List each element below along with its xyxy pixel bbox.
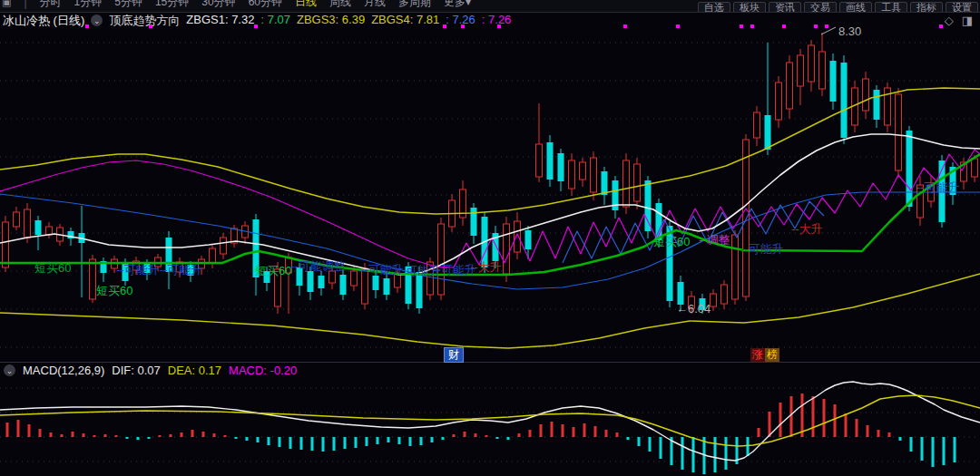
indicator-field: ZBGS4: 7.81 (371, 13, 439, 29)
collapse-chevron-icon[interactable]: ⌄ (91, 15, 103, 26)
zigzag-blue (563, 201, 824, 263)
toolbar-button[interactable]: 板块 (733, 2, 766, 13)
topbar-menu-item[interactable]: 60分钟 (249, 0, 282, 10)
toolbar-divider: | (24, 0, 26, 9)
chart-signal-label: --可能升 (360, 262, 404, 278)
topbar-menu-item[interactable]: 1分钟 (74, 0, 103, 10)
macd-values: MACD(12,26,9)DIF: 0.07DEA: 0.17MACD: -0.… (23, 364, 297, 377)
topbar-menu-item[interactable]: 周线 (329, 0, 351, 10)
topbar-menu-item[interactable]: 月线 (364, 0, 386, 10)
toolbar-right-buttons: 自选板块资讯交易画线工具指标设置 (698, 2, 978, 13)
indicator-field: 顶底趋势方向 (109, 13, 180, 29)
macd-field: DIF: 0.07 (112, 364, 160, 377)
band-lower-yellow (0, 274, 980, 348)
zigzag-magenta (0, 150, 980, 267)
chart-signal-label: 短买60 (34, 260, 71, 277)
period-menu: ▣ | 分时1分钟5分钟15分钟30分钟60分钟日线周线月线多周期更多▾ (2, 0, 471, 10)
chart-signal-label: --可能升 (916, 180, 960, 196)
toolbar-button[interactable]: 工具 (875, 2, 907, 13)
topbar-menu-item[interactable]: 多周期 (398, 0, 431, 10)
ma-white (0, 134, 980, 275)
topbar-menu-item[interactable]: 30分钟 (201, 0, 235, 10)
chart-signal-label: --可能调整 (290, 258, 346, 275)
indicator-field: ZBGS3: 6.39 (297, 13, 365, 29)
indicator-field: ZBGS1: 7.32 (186, 13, 254, 29)
toolbar-button[interactable]: 画线 (839, 2, 872, 13)
chart-signal-label: ←6.04 (676, 302, 710, 316)
macd-field: MACD(12,26,9) (23, 364, 104, 377)
gainers-badge-bang: 榜 (765, 348, 779, 362)
macd-field: MACD: -0.20 (229, 364, 297, 377)
macd-header: ⌄ MACD(12,26,9)DIF: 0.07DEA: 0.17MACD: -… (4, 364, 297, 377)
topbar-menu-item[interactable]: 15分钟 (155, 0, 189, 10)
top-toolbar: ▣ | 分时1分钟5分钟15分钟30分钟60分钟日线周线月线多周期更多▾ 自选板… (0, 0, 980, 13)
gainers-badge-zhang: 涨 (750, 348, 765, 362)
toolbar-button[interactable]: 设置 (946, 2, 978, 13)
topbar-menu-item[interactable]: 更多▾ (444, 0, 471, 10)
indicator-field: : 7.26 (482, 13, 512, 29)
chart-signal-label: 短买60 (255, 263, 291, 279)
toolbar-button[interactable]: 指标 (910, 2, 943, 13)
macd-dif-white (0, 382, 980, 461)
arrow-8-30 (821, 27, 836, 34)
chart-signal-label: 短买60 (653, 234, 690, 250)
indicator-field: : 7.26 (446, 13, 475, 29)
indicator-header: 冰山冷热 (日线) ⌄ 顶底趋势方向ZBGS1: 7.32: 7.07ZBGS3… (3, 12, 511, 29)
chart-signal-label: --大升 (470, 259, 502, 276)
chart-signal-label: --大升 (791, 221, 823, 238)
toolbar-button[interactable]: 资讯 (769, 2, 801, 13)
diamond-icon[interactable]: ◇ (945, 14, 954, 27)
macd-collapse-chevron-icon[interactable]: ⌄ (4, 364, 15, 376)
macd-lines (0, 382, 980, 461)
chart-signal-label: 8.30 (838, 24, 861, 38)
window-grid-icon[interactable]: ▣ (2, 0, 11, 8)
indicator-field: : 7.07 (260, 13, 290, 29)
indicator-values: 顶底趋势方向ZBGS1: 7.32: 7.07ZBGS3: 6.39ZBGS4:… (109, 13, 511, 29)
topbar-menu-item[interactable]: 日线 (295, 0, 317, 10)
panel-layout-icon[interactable]: ◨ (962, 14, 973, 27)
macd-field: DEA: 0.17 (168, 364, 221, 377)
chart-signal-label: 短买60 (96, 283, 132, 299)
chart-signal-label: --可能升 (740, 241, 784, 257)
chart-canvas (0, 0, 980, 476)
gainers-badge[interactable]: 涨 榜 (750, 348, 779, 362)
topbar-menu-item[interactable]: 分时 (40, 0, 62, 10)
topbar-menu-item[interactable]: 5分钟 (114, 0, 142, 10)
stock-chart-window: ▣ | 分时1分钟5分钟15分钟30分钟60分钟日线周线月线多周期更多▾ 自选板… (0, 0, 980, 476)
chart-signal-label: --可能升--可能升 (116, 262, 202, 278)
chart-title: 冰山冷热 (日线) (3, 13, 84, 29)
news-badge-cai[interactable]: 财 (444, 347, 464, 363)
toolbar-button[interactable]: 交易 (804, 2, 837, 13)
chart-signal-label: --调整 (699, 232, 730, 248)
toolbar-button[interactable]: 自选 (698, 2, 730, 13)
macd-histogram (6, 393, 956, 474)
